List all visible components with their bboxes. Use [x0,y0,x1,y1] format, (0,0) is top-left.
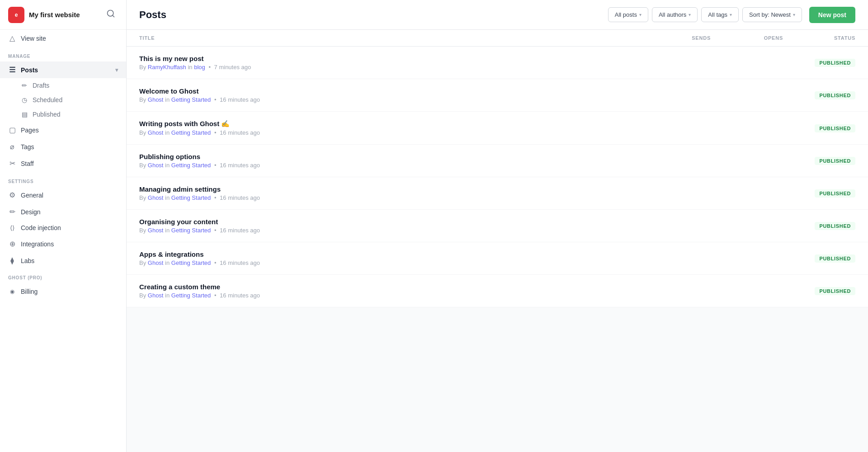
post-row[interactable]: Creating a custom theme By Ghost in Gett… [127,275,868,307]
post-time: 16 minutes ago [220,129,260,136]
post-info: Publishing options By Ghost in Getting S… [139,153,638,169]
post-tag: blog [194,64,205,71]
post-by: By [139,96,148,103]
sidebar-header: e My first website [0,0,126,30]
header-status: STATUS [783,35,855,41]
post-title: Welcome to Ghost [139,87,638,95]
all-authors-label: All authors [659,11,686,18]
post-row[interactable]: Writing posts with Ghost ✍️ By Ghost in … [127,112,868,145]
status-badge: PUBLISHED [815,157,855,165]
view-site-label: View site [21,35,46,42]
post-in: in [165,292,171,299]
all-posts-filter[interactable]: All posts ▾ [608,7,648,22]
status-badge: PUBLISHED [815,59,855,67]
post-tag: Getting Started [171,292,211,299]
post-status-cell: PUBLISHED [783,287,855,295]
sidebar: e My first website △ View site MANAGE ☰ … [0,0,127,452]
sidebar-item-tags[interactable]: ⌀ Tags [0,138,126,155]
ghost-pro-label: GHOST (PRO) [0,269,126,284]
sidebar-item-pages[interactable]: ▢ Pages [0,122,126,138]
post-dot: • [214,292,217,299]
published-icon: ▤ [21,111,28,118]
sort-filter[interactable]: Sort by: Newest ▾ [742,7,802,22]
topbar: Posts All posts ▾ All authors ▾ All tags… [127,0,868,30]
billing-icon: ◉ [8,288,16,295]
post-meta: By Ghost in Getting Started • 16 minutes… [139,162,638,169]
all-authors-filter[interactable]: All authors ▾ [652,7,698,22]
status-badge: PUBLISHED [815,189,855,198]
post-row[interactable]: Organising your content By Ghost in Gett… [127,210,868,242]
post-time: 16 minutes ago [220,96,260,103]
sidebar-item-drafts[interactable]: ✏ Drafts [0,78,126,93]
post-meta: By Ghost in Getting Started • 16 minutes… [139,96,638,103]
post-author: Ghost [148,194,164,201]
all-posts-label: All posts [615,11,637,18]
post-row[interactable]: This is my new post By RamyKhuffash in b… [127,47,868,79]
post-row[interactable]: Managing admin settings By Ghost in Gett… [127,177,868,210]
post-time: 16 minutes ago [220,259,260,266]
sidebar-item-scheduled[interactable]: ◷ Scheduled [0,93,126,107]
post-meta: By Ghost in Getting Started • 16 minutes… [139,227,638,234]
sort-label: Sort by: Newest [749,11,791,18]
post-author: Ghost [148,96,164,103]
page-title: Posts [139,9,601,21]
sidebar-item-staff[interactable]: ✂ Staff [0,155,126,172]
post-author: Ghost [148,129,164,136]
post-tag: Getting Started [171,194,211,201]
post-info: Creating a custom theme By Ghost in Gett… [139,283,638,299]
general-label: General [21,192,43,199]
staff-label: Staff [21,160,34,167]
post-time: 16 minutes ago [220,194,260,201]
post-by: By [139,129,148,136]
post-row[interactable]: Apps & integrations By Ghost in Getting … [127,242,868,275]
post-row[interactable]: Welcome to Ghost By Ghost in Getting Sta… [127,79,868,112]
post-info: Writing posts with Ghost ✍️ By Ghost in … [139,120,638,136]
status-badge: PUBLISHED [815,124,855,132]
chevron-down-icon: ▾ [639,12,642,17]
sidebar-item-published[interactable]: ▤ Published [0,107,126,122]
post-tag: Getting Started [171,162,211,169]
chevron-down-icon: ▾ [115,67,118,73]
all-tags-filter[interactable]: All tags ▾ [701,7,739,22]
sidebar-item-labs[interactable]: ⧫ Labs [0,252,126,269]
post-info: This is my new post By RamyKhuffash in b… [139,55,638,71]
billing-label: Billing [21,288,38,295]
status-badge: PUBLISHED [815,254,855,263]
tags-label: Tags [21,143,34,151]
search-button[interactable] [104,6,118,23]
settings-section-label: SETTINGS [0,172,126,187]
post-by: By [139,194,148,201]
filter-bar: All posts ▾ All authors ▾ All tags ▾ Sor… [608,7,802,22]
sidebar-item-view-site[interactable]: △ View site [0,30,126,47]
new-post-button[interactable]: New post [809,7,855,23]
post-row[interactable]: Publishing options By Ghost in Getting S… [127,145,868,177]
header-opens: OPENS [711,35,783,41]
pages-icon: ▢ [8,126,16,134]
sidebar-item-billing[interactable]: ◉ Billing [0,284,126,299]
post-dot: • [214,162,217,169]
sidebar-item-integrations[interactable]: ⊕ Integrations [0,235,126,252]
post-by: By [139,259,148,266]
posts-label: Posts [21,66,38,74]
post-status-cell: PUBLISHED [783,254,855,263]
post-in: in [165,96,171,103]
site-logo[interactable]: e [8,7,24,23]
sidebar-item-code-injection[interactable]: ⟨⟩ Code injection [0,220,126,235]
pages-label: Pages [21,127,39,134]
published-label: Published [33,111,61,118]
post-title: Writing posts with Ghost ✍️ [139,120,638,128]
drafts-icon: ✏ [21,82,28,89]
staff-icon: ✂ [8,159,16,168]
sidebar-item-general[interactable]: ⚙ General [0,187,126,203]
header-title: TITLE [139,35,638,41]
post-meta: By Ghost in Getting Started • 16 minutes… [139,129,638,136]
post-status-cell: PUBLISHED [783,221,855,230]
sidebar-item-design[interactable]: ✏ Design [0,203,126,220]
chevron-down-icon: ▾ [730,12,732,17]
post-dot: • [214,259,217,266]
code-injection-label: Code injection [21,224,61,231]
post-by: By [139,162,148,169]
post-meta: By Ghost in Getting Started • 16 minutes… [139,292,638,299]
sidebar-item-posts[interactable]: ☰ Posts ▾ [0,61,126,78]
post-by: By [139,64,148,71]
